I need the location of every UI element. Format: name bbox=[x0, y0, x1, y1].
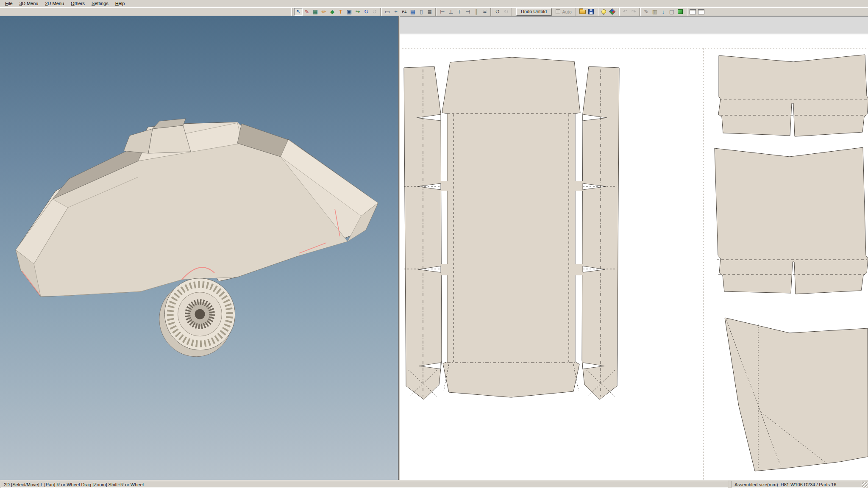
menu-2d-menu[interactable]: 2D Menu bbox=[42, 0, 67, 6]
save-file-icon bbox=[588, 9, 594, 14]
part-roof-a bbox=[718, 55, 868, 136]
menu-file[interactable]: File bbox=[2, 0, 16, 6]
save-layout-icon[interactable]: ▤ bbox=[409, 8, 417, 16]
align-right-icon[interactable]: ⊣ bbox=[464, 8, 472, 16]
part-roof-b bbox=[715, 147, 868, 294]
select-area-icon[interactable]: ▭ bbox=[383, 8, 392, 16]
open-file-icon bbox=[579, 10, 586, 14]
rotate-view-left-icon[interactable]: ↻ bbox=[362, 8, 370, 16]
open-file-icon[interactable] bbox=[579, 8, 587, 16]
text-tool-icon[interactable]: T bbox=[337, 8, 345, 16]
menu-others[interactable]: Others bbox=[67, 0, 88, 6]
part-body-panel bbox=[442, 57, 580, 397]
light-toggle-icon bbox=[601, 9, 606, 14]
texture-cube-icon bbox=[609, 8, 616, 15]
paint-tool-icon[interactable]: ✏ bbox=[320, 8, 328, 16]
page-top-margin bbox=[400, 16, 868, 34]
menu-settings[interactable]: Settings bbox=[88, 0, 112, 6]
align-left-icon[interactable]: ⊢ bbox=[438, 8, 447, 16]
display-settings-icon[interactable]: ▣ bbox=[345, 8, 353, 16]
edit-pen-icon[interactable]: ✎ bbox=[642, 8, 651, 16]
auto-checkbox-label: Auto bbox=[562, 9, 572, 14]
layout-2d[interactable] bbox=[400, 16, 868, 480]
car-3d-model bbox=[0, 16, 399, 480]
auto-checkbox[interactable]: Auto bbox=[556, 9, 572, 14]
distribute-v-icon[interactable]: ≍ bbox=[481, 8, 489, 16]
rotate-view-right-icon[interactable]: ↺ bbox=[370, 8, 379, 16]
window-layout-1-icon bbox=[690, 9, 696, 14]
window-layout-2-icon bbox=[698, 9, 704, 14]
edge-pen-icon[interactable]: ✎ bbox=[303, 8, 311, 16]
redo-icon[interactable]: ↷ bbox=[629, 8, 638, 16]
menu-3d-menu[interactable]: 3D Menu bbox=[16, 0, 42, 6]
auto-checkbox-box[interactable] bbox=[556, 9, 560, 14]
undo-icon[interactable]: ↶ bbox=[621, 8, 629, 16]
toolbar-separator bbox=[512, 8, 513, 16]
car-cabin-front bbox=[124, 129, 153, 153]
part-fender-c bbox=[725, 318, 868, 471]
toolbar-separator bbox=[639, 8, 641, 16]
solid-view-icon[interactable] bbox=[676, 8, 684, 16]
toolbar-separator bbox=[291, 8, 292, 16]
page-number-icon[interactable]: P.1 bbox=[400, 8, 409, 16]
align-bottom-icon[interactable]: ⊥ bbox=[447, 8, 455, 16]
copy-page-icon[interactable]: ▯ bbox=[417, 8, 426, 16]
save-file-icon[interactable] bbox=[587, 8, 595, 16]
rotate-part-ccw-icon[interactable]: ↺ bbox=[493, 8, 502, 16]
texture-cube-icon[interactable] bbox=[608, 8, 617, 16]
page-icon[interactable]: ▢ bbox=[668, 8, 676, 16]
texture-view-icon[interactable]: ▦ bbox=[311, 8, 320, 16]
toolbar-separator bbox=[686, 8, 687, 16]
toolbar-separator bbox=[380, 8, 382, 16]
resize-grip-icon[interactable] bbox=[862, 482, 868, 488]
rotate-part-cw-icon[interactable]: ↻ bbox=[502, 8, 510, 16]
undo-unfold-button[interactable]: Undo Unfold bbox=[516, 8, 551, 16]
status-hint-text: 2D [Select/Move] L [Pan] R or Wheel Drag… bbox=[1, 481, 728, 488]
material-icon[interactable]: ◆ bbox=[328, 8, 337, 16]
import-icon[interactable]: ↓ bbox=[659, 8, 668, 16]
status-bar: 2D [Select/Move] L [Pan] R or Wheel Drag… bbox=[0, 480, 868, 488]
light-toggle-icon[interactable] bbox=[600, 8, 608, 16]
car-cabin-side bbox=[148, 125, 191, 153]
print-icon[interactable]: ≣ bbox=[426, 8, 434, 16]
toolbar-separator bbox=[576, 8, 577, 16]
toolbar: ↖✎▦✏◆T▣↪↻↺▭+P.1▤▯≣⊢⊥⊤⊣∥≍↺↻Undo UnfoldAut… bbox=[0, 7, 868, 16]
menu-help[interactable]: Help bbox=[112, 0, 128, 6]
viewport-3d[interactable] bbox=[0, 16, 399, 480]
window-layout-2-icon[interactable] bbox=[697, 8, 706, 16]
distribute-h-icon[interactable]: ∥ bbox=[472, 8, 481, 16]
status-model-info: Assembled size(mm): H81 W106 D234 / Part… bbox=[732, 481, 862, 488]
menu-bar: File3D Menu2D MenuOthersSettingsHelp bbox=[0, 0, 868, 7]
box-part-icon[interactable]: ▥ bbox=[651, 8, 659, 16]
toolbar-separator bbox=[435, 8, 437, 16]
toolbar-separator bbox=[597, 8, 598, 16]
move-parts-icon[interactable]: + bbox=[392, 8, 400, 16]
select-tool-icon[interactable]: ↖ bbox=[294, 8, 303, 16]
export-icon[interactable]: ↪ bbox=[353, 8, 362, 16]
align-top-icon[interactable]: ⊤ bbox=[455, 8, 464, 16]
window-layout-1-icon[interactable] bbox=[689, 8, 697, 16]
toolbar-separator bbox=[618, 8, 620, 16]
solid-view-icon bbox=[678, 9, 683, 14]
toolbar-separator bbox=[490, 8, 492, 16]
car-wheel bbox=[152, 272, 243, 363]
